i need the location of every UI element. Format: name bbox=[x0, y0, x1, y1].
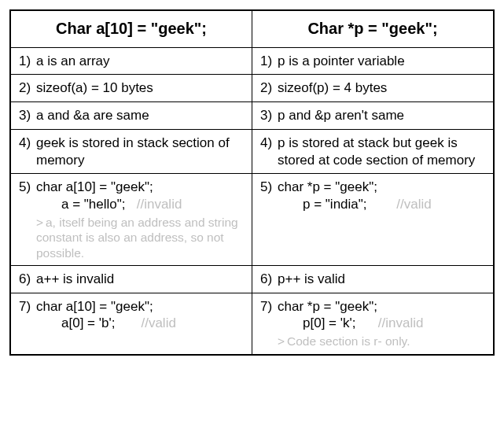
row-number: 2) bbox=[260, 79, 278, 97]
explanatory-note: >a, itself being an address and string c… bbox=[36, 215, 244, 260]
comparison-table: Char a[10] = "geek"; Char *p = "geek"; 1… bbox=[9, 9, 495, 356]
header-left: Char a[10] = "geek"; bbox=[10, 10, 252, 47]
code-line: p = "india"; //valid bbox=[278, 196, 485, 213]
row-number: 4) bbox=[19, 135, 36, 169]
code-comment: //invalid bbox=[137, 197, 182, 212]
row-number: 3) bbox=[260, 107, 278, 124]
row-number: 4) bbox=[260, 135, 278, 169]
code-comment: //valid bbox=[141, 315, 175, 330]
cell-text: sizeof(a) = 10 bytes bbox=[36, 79, 244, 97]
cell-text: a++ is invalid bbox=[36, 271, 244, 288]
table-row: 2) sizeof(a) = 10 bytes 2) sizeof(p) = 4… bbox=[10, 75, 494, 102]
code-line: char a[10] = "geek"; bbox=[36, 298, 244, 315]
table-row: 7) char a[10] = "geek"; a[0] = 'b'; //va… bbox=[10, 293, 494, 354]
code-line: a = "hello"; //invalid bbox=[36, 196, 244, 213]
header-right: Char *p = "geek"; bbox=[252, 10, 495, 47]
header-row: Char a[10] = "geek"; Char *p = "geek"; bbox=[10, 10, 494, 47]
table-row: 5) char a[10] = "geek"; a = "hello"; //i… bbox=[10, 174, 494, 266]
row-number: 2) bbox=[19, 79, 36, 97]
row-number: 5) bbox=[19, 179, 36, 260]
cell-text: a is an array bbox=[36, 53, 244, 70]
cell-text: geek is stored in stack section of memor… bbox=[36, 135, 244, 169]
row-number: 1) bbox=[260, 53, 278, 70]
code-line: p[0] = 'k'; //invalid bbox=[278, 315, 485, 332]
row-number: 7) bbox=[19, 298, 36, 333]
row-number: 6) bbox=[260, 271, 278, 288]
table-row: 1) a is an array 1) p is a pointer varia… bbox=[10, 47, 494, 75]
row-number: 3) bbox=[19, 107, 36, 124]
row-number: 1) bbox=[19, 53, 36, 70]
cell-text: p++ is valid bbox=[278, 271, 485, 288]
cell-text: p and &p aren't same bbox=[278, 107, 485, 124]
cell-text: p is stored at stack but geek is stored … bbox=[278, 135, 485, 169]
code-line: char a[10] = "geek"; bbox=[36, 179, 244, 196]
explanatory-note: >Code section is r- only. bbox=[278, 334, 485, 349]
row-number: 6) bbox=[19, 271, 36, 288]
table-row: 3) a and &a are same 3) p and &p aren't … bbox=[10, 102, 494, 130]
code-line: char *p = "geek"; bbox=[278, 179, 485, 196]
row-number: 5) bbox=[260, 179, 278, 213]
cell-text: sizeof(p) = 4 bytes bbox=[278, 79, 485, 97]
table-row: 4) geek is stored in stack section of me… bbox=[10, 129, 494, 174]
cell-text: p is a pointer variable bbox=[278, 53, 485, 70]
code-line: a[0] = 'b'; //valid bbox=[36, 315, 244, 332]
row-number: 7) bbox=[260, 298, 278, 349]
table-row: 6) a++ is invalid 6) p++ is valid bbox=[10, 265, 494, 293]
code-line: char *p = "geek"; bbox=[278, 298, 485, 315]
code-comment: //valid bbox=[396, 197, 431, 212]
cell-text: a and &a are same bbox=[36, 107, 244, 124]
code-comment: //invalid bbox=[378, 315, 424, 330]
